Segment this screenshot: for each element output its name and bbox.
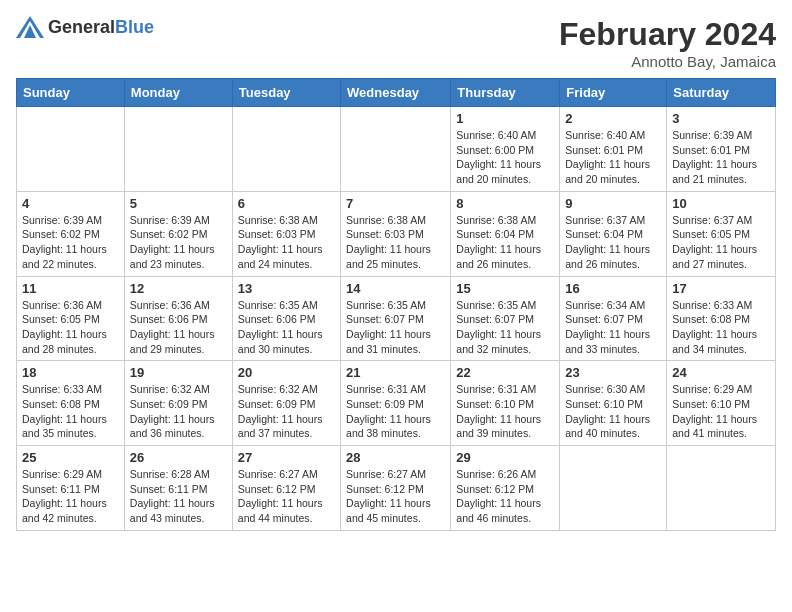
calendar: SundayMondayTuesdayWednesdayThursdayFrid… [16, 78, 776, 531]
day-info: Sunrise: 6:39 AM Sunset: 6:02 PM Dayligh… [22, 213, 119, 272]
day-number: 27 [238, 450, 335, 465]
day-number: 3 [672, 111, 770, 126]
calendar-cell: 13Sunrise: 6:35 AM Sunset: 6:06 PM Dayli… [232, 276, 340, 361]
day-number: 25 [22, 450, 119, 465]
title-area: February 2024 Annotto Bay, Jamaica [559, 16, 776, 70]
day-number: 15 [456, 281, 554, 296]
calendar-cell: 8Sunrise: 6:38 AM Sunset: 6:04 PM Daylig… [451, 191, 560, 276]
day-info: Sunrise: 6:34 AM Sunset: 6:07 PM Dayligh… [565, 298, 661, 357]
calendar-cell: 27Sunrise: 6:27 AM Sunset: 6:12 PM Dayli… [232, 446, 340, 531]
day-info: Sunrise: 6:32 AM Sunset: 6:09 PM Dayligh… [130, 382, 227, 441]
weekday-header-sunday: Sunday [17, 79, 125, 107]
calendar-cell: 25Sunrise: 6:29 AM Sunset: 6:11 PM Dayli… [17, 446, 125, 531]
month-title: February 2024 [559, 16, 776, 53]
day-info: Sunrise: 6:27 AM Sunset: 6:12 PM Dayligh… [346, 467, 445, 526]
day-info: Sunrise: 6:31 AM Sunset: 6:10 PM Dayligh… [456, 382, 554, 441]
day-number: 14 [346, 281, 445, 296]
day-info: Sunrise: 6:30 AM Sunset: 6:10 PM Dayligh… [565, 382, 661, 441]
day-number: 22 [456, 365, 554, 380]
day-info: Sunrise: 6:38 AM Sunset: 6:03 PM Dayligh… [346, 213, 445, 272]
calendar-cell: 9Sunrise: 6:37 AM Sunset: 6:04 PM Daylig… [560, 191, 667, 276]
calendar-cell: 16Sunrise: 6:34 AM Sunset: 6:07 PM Dayli… [560, 276, 667, 361]
calendar-cell [667, 446, 776, 531]
calendar-cell: 15Sunrise: 6:35 AM Sunset: 6:07 PM Dayli… [451, 276, 560, 361]
day-info: Sunrise: 6:33 AM Sunset: 6:08 PM Dayligh… [22, 382, 119, 441]
day-info: Sunrise: 6:37 AM Sunset: 6:05 PM Dayligh… [672, 213, 770, 272]
day-number: 26 [130, 450, 227, 465]
day-number: 11 [22, 281, 119, 296]
location: Annotto Bay, Jamaica [559, 53, 776, 70]
calendar-cell: 19Sunrise: 6:32 AM Sunset: 6:09 PM Dayli… [124, 361, 232, 446]
day-info: Sunrise: 6:38 AM Sunset: 6:03 PM Dayligh… [238, 213, 335, 272]
day-info: Sunrise: 6:39 AM Sunset: 6:01 PM Dayligh… [672, 128, 770, 187]
calendar-week-row: 11Sunrise: 6:36 AM Sunset: 6:05 PM Dayli… [17, 276, 776, 361]
day-info: Sunrise: 6:35 AM Sunset: 6:07 PM Dayligh… [456, 298, 554, 357]
day-number: 7 [346, 196, 445, 211]
day-number: 5 [130, 196, 227, 211]
calendar-cell [232, 107, 340, 192]
day-number: 8 [456, 196, 554, 211]
calendar-cell: 5Sunrise: 6:39 AM Sunset: 6:02 PM Daylig… [124, 191, 232, 276]
weekday-header-saturday: Saturday [667, 79, 776, 107]
day-info: Sunrise: 6:36 AM Sunset: 6:06 PM Dayligh… [130, 298, 227, 357]
day-number: 29 [456, 450, 554, 465]
logo-icon [16, 16, 44, 38]
day-number: 13 [238, 281, 335, 296]
calendar-cell [17, 107, 125, 192]
day-info: Sunrise: 6:32 AM Sunset: 6:09 PM Dayligh… [238, 382, 335, 441]
day-number: 19 [130, 365, 227, 380]
calendar-cell: 3Sunrise: 6:39 AM Sunset: 6:01 PM Daylig… [667, 107, 776, 192]
day-number: 2 [565, 111, 661, 126]
calendar-cell: 10Sunrise: 6:37 AM Sunset: 6:05 PM Dayli… [667, 191, 776, 276]
day-number: 24 [672, 365, 770, 380]
day-number: 20 [238, 365, 335, 380]
weekday-header-thursday: Thursday [451, 79, 560, 107]
logo-blue: Blue [115, 17, 154, 37]
header: GeneralBlue February 2024 Annotto Bay, J… [16, 16, 776, 70]
day-number: 17 [672, 281, 770, 296]
day-number: 23 [565, 365, 661, 380]
day-info: Sunrise: 6:37 AM Sunset: 6:04 PM Dayligh… [565, 213, 661, 272]
day-number: 21 [346, 365, 445, 380]
day-info: Sunrise: 6:36 AM Sunset: 6:05 PM Dayligh… [22, 298, 119, 357]
calendar-cell: 22Sunrise: 6:31 AM Sunset: 6:10 PM Dayli… [451, 361, 560, 446]
calendar-cell: 26Sunrise: 6:28 AM Sunset: 6:11 PM Dayli… [124, 446, 232, 531]
calendar-cell: 24Sunrise: 6:29 AM Sunset: 6:10 PM Dayli… [667, 361, 776, 446]
calendar-week-row: 4Sunrise: 6:39 AM Sunset: 6:02 PM Daylig… [17, 191, 776, 276]
calendar-cell [560, 446, 667, 531]
day-number: 4 [22, 196, 119, 211]
weekday-header-monday: Monday [124, 79, 232, 107]
weekday-header-wednesday: Wednesday [341, 79, 451, 107]
calendar-cell: 23Sunrise: 6:30 AM Sunset: 6:10 PM Dayli… [560, 361, 667, 446]
calendar-cell: 7Sunrise: 6:38 AM Sunset: 6:03 PM Daylig… [341, 191, 451, 276]
day-number: 6 [238, 196, 335, 211]
day-info: Sunrise: 6:28 AM Sunset: 6:11 PM Dayligh… [130, 467, 227, 526]
calendar-cell: 29Sunrise: 6:26 AM Sunset: 6:12 PM Dayli… [451, 446, 560, 531]
calendar-cell: 6Sunrise: 6:38 AM Sunset: 6:03 PM Daylig… [232, 191, 340, 276]
calendar-cell: 18Sunrise: 6:33 AM Sunset: 6:08 PM Dayli… [17, 361, 125, 446]
weekday-header-row: SundayMondayTuesdayWednesdayThursdayFrid… [17, 79, 776, 107]
calendar-week-row: 18Sunrise: 6:33 AM Sunset: 6:08 PM Dayli… [17, 361, 776, 446]
calendar-cell: 14Sunrise: 6:35 AM Sunset: 6:07 PM Dayli… [341, 276, 451, 361]
calendar-cell: 20Sunrise: 6:32 AM Sunset: 6:09 PM Dayli… [232, 361, 340, 446]
day-info: Sunrise: 6:38 AM Sunset: 6:04 PM Dayligh… [456, 213, 554, 272]
calendar-cell: 17Sunrise: 6:33 AM Sunset: 6:08 PM Dayli… [667, 276, 776, 361]
calendar-cell: 11Sunrise: 6:36 AM Sunset: 6:05 PM Dayli… [17, 276, 125, 361]
calendar-cell: 4Sunrise: 6:39 AM Sunset: 6:02 PM Daylig… [17, 191, 125, 276]
day-info: Sunrise: 6:33 AM Sunset: 6:08 PM Dayligh… [672, 298, 770, 357]
calendar-cell [341, 107, 451, 192]
logo-general: General [48, 17, 115, 37]
weekday-header-friday: Friday [560, 79, 667, 107]
day-number: 12 [130, 281, 227, 296]
day-info: Sunrise: 6:29 AM Sunset: 6:11 PM Dayligh… [22, 467, 119, 526]
calendar-week-row: 1Sunrise: 6:40 AM Sunset: 6:00 PM Daylig… [17, 107, 776, 192]
day-number: 18 [22, 365, 119, 380]
day-info: Sunrise: 6:27 AM Sunset: 6:12 PM Dayligh… [238, 467, 335, 526]
day-info: Sunrise: 6:35 AM Sunset: 6:06 PM Dayligh… [238, 298, 335, 357]
calendar-week-row: 25Sunrise: 6:29 AM Sunset: 6:11 PM Dayli… [17, 446, 776, 531]
day-number: 1 [456, 111, 554, 126]
logo: GeneralBlue [16, 16, 154, 38]
day-info: Sunrise: 6:40 AM Sunset: 6:01 PM Dayligh… [565, 128, 661, 187]
calendar-cell: 1Sunrise: 6:40 AM Sunset: 6:00 PM Daylig… [451, 107, 560, 192]
day-number: 16 [565, 281, 661, 296]
